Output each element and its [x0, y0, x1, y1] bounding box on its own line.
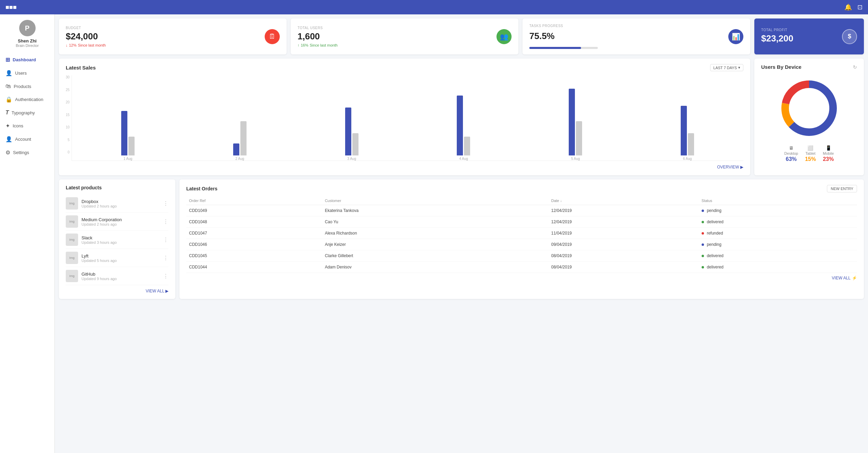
product-info: Medium Corporation Updated 2 hours ago — [81, 217, 160, 226]
refresh-icon[interactable]: ↻ — [853, 64, 857, 70]
sidebar: P Shen Zhi Brain Director ⊞ Dashboard 👤 … — [0, 14, 55, 453]
order-status: refunded — [699, 228, 857, 239]
product-updated: Updated 9 hours ago — [81, 277, 160, 281]
chart-footer: OVERVIEW ▶ — [66, 164, 743, 170]
status-label: delivered — [707, 219, 724, 224]
typography-icon: T — [5, 110, 9, 116]
sidebar-item-authentication[interactable]: 🔒 Authentication — [0, 93, 54, 106]
sidebar-item-label: Icons — [13, 123, 23, 128]
stat-budget: BUDGET $24,000 ↓ 12% Since last month 🗓 — [59, 18, 287, 54]
tasks-icon: 📊 — [732, 33, 740, 41]
tasks-progress-fill — [529, 47, 581, 49]
products-title: Latest products — [66, 185, 168, 190]
sidebar-item-label: Typography — [12, 110, 35, 115]
users-value: 1,600 — [298, 31, 338, 42]
sidebar-item-dashboard[interactable]: ⊞ Dashboard — [0, 53, 54, 66]
product-menu-icon[interactable]: ⋮ — [163, 255, 168, 261]
order-date: 12/04/2019 — [549, 216, 699, 228]
orders-card: Latest Orders NEW ENTRY Order Ref Custom… — [179, 179, 864, 299]
user-name: Shen Zhi — [18, 38, 37, 43]
table-row: CDD1044 Adam Denisov 08/04/2019 delivere… — [186, 262, 857, 273]
charts-row: Latest Sales LAST 7 DAYS ▾ 30 25 20 15 1… — [59, 59, 864, 175]
sidebar-item-users[interactable]: 👤 Users — [0, 66, 54, 80]
status-label: pending — [707, 242, 721, 247]
bar-label-4aug: 4 Aug — [459, 157, 468, 161]
legend-desktop-label: Desktop — [784, 151, 798, 155]
product-info: Slack Updated 3 hours ago — [81, 235, 160, 244]
table-row: CDD1048 Cao Yu 12/04/2019 delivered — [186, 216, 857, 228]
topbar: ■■■ 🔔 ⊡ — [0, 0, 868, 14]
profit-value: $23,200 — [761, 33, 793, 44]
chart-header: Latest Sales LAST 7 DAYS ▾ — [66, 64, 743, 71]
orders-table-body: CDD1049 Ekaterina Tankova 12/04/2019 pen… — [186, 205, 857, 273]
order-ref: CDD1044 — [186, 262, 322, 273]
users-icon-circle: 👥 — [496, 29, 512, 44]
sort-icon[interactable]: ↓ — [560, 199, 562, 203]
sidebar-item-typography[interactable]: T Typography — [0, 106, 54, 119]
col-date[interactable]: Date ↓ — [549, 197, 699, 205]
desktop-icon: 🖥 — [789, 145, 794, 151]
bar-gray-4aug — [464, 137, 470, 155]
product-thumb: Img — [66, 270, 78, 282]
topbar-actions: 🔔 ⊡ — [844, 3, 863, 11]
product-updated: Updated 3 hours ago — [81, 240, 160, 244]
y-label-5: 5 — [68, 138, 70, 142]
tasks-progress-bar — [529, 47, 598, 49]
product-menu-icon[interactable]: ⋮ — [163, 200, 168, 207]
product-menu-icon[interactable]: ⋮ — [163, 273, 168, 279]
products-icon: 🛍 — [5, 83, 11, 89]
budget-icon: 🗓 — [269, 33, 276, 40]
y-label-20: 20 — [66, 100, 70, 104]
order-date: 11/04/2019 — [549, 228, 699, 239]
status-dot — [702, 243, 704, 246]
donut-svg — [775, 74, 843, 142]
overview-link[interactable]: OVERVIEW ▶ — [717, 165, 743, 169]
status-dot — [702, 221, 704, 223]
screen-icon[interactable]: ⊡ — [857, 3, 863, 11]
stat-users-info: TOTAL USERS 1,600 ↑ 16% Since last month — [298, 26, 338, 47]
stat-profit-info: TOTAL PROFIT $23,200 — [761, 28, 793, 45]
order-status: delivered — [699, 262, 857, 273]
sidebar-item-account[interactable]: 👤 Account — [0, 133, 54, 146]
budget-change-pct: 12% — [69, 43, 77, 47]
order-status: delivered — [699, 216, 857, 228]
bar-pair-3aug — [345, 108, 358, 155]
product-menu-icon[interactable]: ⋮ — [163, 237, 168, 243]
product-item: Img Lyft Updated 5 hours ago ⋮ — [66, 249, 168, 267]
product-thumb: Img — [66, 234, 78, 246]
new-entry-button[interactable]: NEW ENTRY — [827, 185, 857, 192]
status-dot — [702, 266, 704, 268]
users-change: ↑ 16% Since last month — [298, 43, 338, 47]
view-all-products[interactable]: VIEW ALL ▶ — [66, 289, 168, 293]
stat-tasks: TASKS PROGRESS 75.5% 📊 — [523, 18, 750, 54]
bar-label-5aug: 5 Aug — [571, 157, 580, 161]
bars-area: 1 Aug 2 Aug — [72, 75, 743, 161]
legend-desktop: 🖥 Desktop 63% — [784, 145, 798, 162]
budget-value: $24,000 — [66, 31, 106, 42]
donut-chart-card: Users By Device ↻ 🖥 Desktop 6 — [754, 59, 864, 175]
bar-blue-3aug — [345, 108, 351, 155]
order-date: 12/04/2019 — [549, 205, 699, 216]
users-change-pct: 16% — [301, 43, 309, 47]
bar-label-2aug: 2 Aug — [236, 157, 244, 161]
status-dot — [702, 210, 704, 212]
legend-tablet-value: 15% — [805, 156, 816, 162]
profit-icon-circle: $ — [842, 29, 857, 44]
product-item: Img GitHub Updated 9 hours ago ⋮ — [66, 267, 168, 285]
chart-filter-button[interactable]: LAST 7 DAYS ▾ — [710, 64, 743, 71]
sidebar-item-icons[interactable]: ✦ Icons — [0, 119, 54, 133]
down-arrow-icon: ↓ — [66, 43, 68, 47]
sidebar-item-label: Dashboard — [13, 57, 36, 62]
product-updated: Updated 2 hours ago — [81, 222, 160, 226]
notification-icon[interactable]: 🔔 — [844, 3, 852, 11]
orders-header: Latest Orders NEW ENTRY — [186, 185, 857, 192]
order-customer: Alexa Richardson — [322, 228, 549, 239]
table-row: CDD1049 Ekaterina Tankova 12/04/2019 pen… — [186, 205, 857, 216]
dollar-icon: $ — [848, 33, 851, 40]
orders-footer[interactable]: VIEW ALL ⚡ — [186, 276, 857, 280]
icons-icon: ✦ — [5, 123, 10, 129]
product-menu-icon[interactable]: ⋮ — [163, 218, 168, 225]
sidebar-item-products[interactable]: 🛍 Products — [0, 80, 54, 93]
sidebar-item-settings[interactable]: ⚙ Settings — [0, 146, 54, 159]
chart-title: Latest Sales — [66, 65, 96, 71]
